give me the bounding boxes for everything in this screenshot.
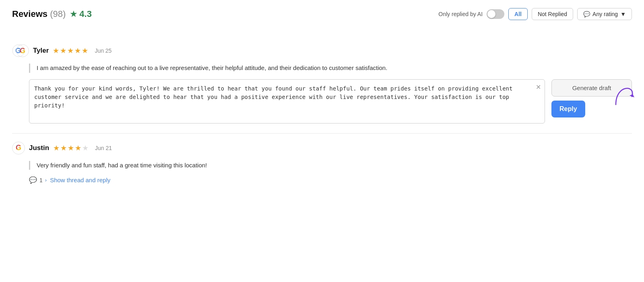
reviewer-name-tyler: Tyler (33, 47, 49, 55)
review-date-justin: Jun 21 (95, 145, 112, 151)
reply-area-tyler: ✕ Generate draft Reply (29, 79, 632, 125)
star-5: ★ (82, 46, 88, 55)
clear-icon[interactable]: ✕ (536, 83, 541, 91)
review-text-justin: Very friendly and fun staff, had a great… (37, 161, 632, 170)
review-text-tyler: I am amazed by the ease of reaching out … (37, 64, 632, 73)
star-5-empty: ★ (82, 144, 89, 152)
reply-button[interactable]: Reply (551, 101, 585, 117)
star-2: ★ (60, 144, 67, 152)
star-3: ★ (68, 144, 74, 152)
stars-tyler: ★ ★ ★ ★ ★ (53, 46, 88, 55)
toggle-label: Only replied by AI (438, 11, 483, 17)
rating-dropdown[interactable]: 💬 Any rating ▼ (577, 8, 632, 20)
reviews-count: (98) (50, 9, 66, 19)
star-4: ★ (75, 144, 81, 152)
star-1: ★ (53, 144, 60, 152)
star-3: ★ (67, 46, 74, 55)
chevron-right-icon: › (45, 177, 47, 183)
review-justin-body: Very friendly and fun staff, had a great… (29, 161, 632, 184)
chevron-down-icon: ▼ (620, 11, 626, 17)
stars-justin: ★ ★ ★ ★ ★ (53, 144, 89, 152)
review-date-tyler: Jun 25 (95, 47, 111, 54)
reviewer-name-justin: Justin (29, 144, 49, 152)
reply-textarea-tyler[interactable] (29, 79, 545, 124)
reply-button-container: Reply (551, 101, 632, 117)
title-text: Reviews (12, 9, 47, 19)
ai-toggle[interactable] (487, 9, 504, 19)
filter-not-replied-button[interactable]: Not Replied (532, 8, 573, 20)
review-text-block-justin: Very friendly and fun staff, had a great… (29, 161, 632, 170)
thread-count: 1 (39, 177, 43, 183)
review-tyler-header: G G Tyler ★ ★ ★ ★ ★ Jun 25 (12, 44, 632, 57)
header-right: Only replied by AI All Not Replied 💬 Any… (438, 8, 632, 20)
review-justin-header: G Justin ★ ★ ★ ★ ★ Jun 21 (12, 142, 632, 154)
header-star-rating: ★ 4.3 (70, 9, 92, 19)
thread-chat-icon: 💬 (29, 176, 37, 184)
reviews-header: Reviews (98) ★ 4.3 Only replied by AI Al… (12, 8, 632, 27)
rating-number: 4.3 (79, 9, 92, 19)
google-icon-justin: G (12, 142, 25, 154)
chat-icon: 💬 (583, 11, 590, 17)
thread-row-justin: 💬 1 › Show thread and reply (29, 176, 632, 184)
page-container: Reviews (98) ★ 4.3 Only replied by AI Al… (0, 0, 644, 200)
reviews-title: Reviews (98) (12, 9, 66, 19)
header-left: Reviews (98) ★ 4.3 (12, 9, 92, 19)
review-tyler: G G Tyler ★ ★ ★ ★ ★ Jun 25 I am amazed b… (12, 36, 632, 134)
star-4: ★ (74, 46, 81, 55)
generate-draft-button[interactable]: Generate draft (551, 79, 632, 97)
show-thread-link[interactable]: Show thread and reply (50, 177, 110, 183)
review-tyler-body: I am amazed by the ease of reaching out … (29, 64, 632, 125)
review-justin: G Justin ★ ★ ★ ★ ★ Jun 21 Very friendly … (12, 134, 632, 192)
star-1: ★ (53, 46, 59, 55)
review-text-block-tyler: I am amazed by the ease of reaching out … (29, 64, 632, 73)
reply-textarea-wrapper: ✕ (29, 79, 545, 125)
reply-buttons-tyler: Generate draft Reply (551, 79, 632, 117)
star-2: ★ (60, 46, 66, 55)
rating-dropdown-label: Any rating (592, 11, 618, 17)
filter-all-button[interactable]: All (508, 8, 528, 20)
google-g-icon: G (16, 44, 29, 57)
star-icon-header: ★ (70, 9, 78, 19)
